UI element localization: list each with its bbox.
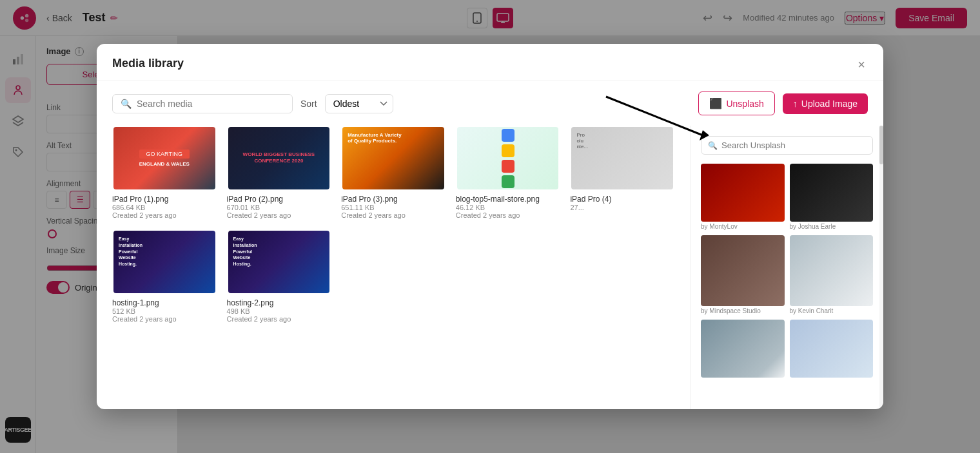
media-search-box: 🔍 <box>112 94 293 113</box>
image-thumb-2: Manufacture A Varietyof Quality Products… <box>341 126 446 191</box>
unsplash-by-3: by Kevin Charit <box>790 307 874 314</box>
unsplash-thumb-5 <box>790 320 874 378</box>
unsplash-by-1: by Joshua Earle <box>790 223 874 230</box>
unsplash-search-input[interactable] <box>721 140 866 150</box>
unsplash-item-1[interactable]: by Joshua Earle <box>790 164 874 230</box>
unsplash-photo-blue <box>790 320 874 378</box>
image-thumb-0: GO KARTING ENGLAND & WALES <box>112 126 217 191</box>
image-thumb-6: EasyInstallationPowerfulWebsiteHosting. <box>227 229 331 294</box>
image-thumb-5: EasyInstallationPowerfulWebsiteHosting. <box>112 229 217 294</box>
image-size-2: 651.11 KB <box>341 204 446 211</box>
modal-body: GO KARTING ENGLAND & WALES iPad Pro (1).… <box>97 126 883 409</box>
image-item-3[interactable]: blog-top5-mail-store.png 46.12 KB Create… <box>456 126 560 219</box>
image-grid: GO KARTING ENGLAND & WALES iPad Pro (1).… <box>97 126 690 409</box>
image-size-6: 498 KB <box>227 307 331 315</box>
media-search-input[interactable] <box>137 99 284 109</box>
unsplash-scrollbar-track <box>879 126 883 409</box>
unsplash-search-icon: 🔍 <box>708 141 718 150</box>
unsplash-label: Unsplash <box>726 99 763 109</box>
image-date-6: Created 2 years ago <box>227 315 331 323</box>
unsplash-item-2[interactable]: by Mindspace Studio <box>701 235 785 314</box>
sort-select[interactable]: Oldest Newest Name A-Z Name Z-A <box>325 94 393 113</box>
image-name-5: hosting-1.png <box>112 298 217 307</box>
image-item-6[interactable]: EasyInstallationPowerfulWebsiteHosting. … <box>227 229 331 323</box>
image-date-2: Created 2 years ago <box>341 211 446 219</box>
image-name-2: iPad Pro (3).png <box>341 195 446 204</box>
unsplash-item-4[interactable] <box>701 320 785 379</box>
unsplash-photo-meeting <box>701 235 785 306</box>
modal-toolbar: 🔍 Sort Oldest Newest Name A-Z Name Z-A ⬛… <box>97 81 883 126</box>
modal-close-button[interactable]: × <box>852 55 870 73</box>
unsplash-item-0[interactable]: by MontyLov <box>701 164 785 230</box>
image-item-4[interactable]: Proolunte... iPad Pro (4) 27... <box>570 126 674 219</box>
image-item-1[interactable]: WORLD BIGGEST BUSINESSCONFERENCE 2020 iP… <box>227 126 331 219</box>
unsplash-by-0: by MontyLov <box>701 223 785 230</box>
unsplash-photo-red <box>701 164 785 222</box>
sort-label: Sort <box>300 99 317 109</box>
unsplash-photo-dark <box>790 164 874 222</box>
unsplash-photo-sled <box>790 235 874 306</box>
media-library-modal: Media library × 🔍 Sort Oldest Newest Nam… <box>97 44 883 409</box>
unsplash-by-2: by Mindspace Studio <box>701 307 785 314</box>
unsplash-thumb-4 <box>701 320 785 378</box>
image-date-3: Created 2 years ago <box>456 211 560 219</box>
conference-preview: WORLD BIGGEST BUSINESSCONFERENCE 2020 <box>228 127 330 189</box>
unsplash-thumb-1 <box>790 164 874 222</box>
image-name-6: hosting-2.png <box>227 298 331 307</box>
go-karting-preview: GO KARTING ENGLAND & WALES <box>113 127 215 189</box>
hosting1-preview: EasyInstallationPowerfulWebsiteHosting. <box>113 231 215 293</box>
image-size-4: 27... <box>570 204 674 211</box>
image-size-1: 670.01 KB <box>227 204 331 211</box>
blog-preview <box>457 127 559 189</box>
unsplash-thumb-2 <box>701 235 785 306</box>
image-date-0: Created 2 years ago <box>112 211 217 219</box>
image-name-4: iPad Pro (4) <box>570 195 674 204</box>
ipad5-preview: Proolunte... <box>571 127 673 189</box>
unsplash-scrollbar-thumb[interactable] <box>879 126 883 164</box>
image-size-3: 46.12 KB <box>456 204 560 211</box>
image-thumb-3 <box>456 126 560 191</box>
modal-title: Media library <box>112 57 184 70</box>
search-icon: 🔍 <box>121 99 132 109</box>
unsplash-icon: ⬛ <box>709 97 722 110</box>
unsplash-button[interactable]: ⬛ Unsplash <box>698 92 774 115</box>
unsplash-photo-grid: by MontyLov by Joshua Earle <box>701 164 873 379</box>
image-thumb-4: Proolunte... <box>570 126 674 191</box>
upload-icon: ↑ <box>793 99 798 109</box>
unsplash-photo-rock <box>701 320 785 378</box>
image-size-5: 512 KB <box>112 307 217 315</box>
image-thumb-1: WORLD BIGGEST BUSINESSCONFERENCE 2020 <box>227 126 331 191</box>
image-item-0[interactable]: GO KARTING ENGLAND & WALES iPad Pro (1).… <box>112 126 217 219</box>
app-background: ‹ Back Test ✏ ↩ ↪ Modified <box>0 0 980 453</box>
image-item-2[interactable]: Manufacture A Varietyof Quality Products… <box>341 126 446 219</box>
unsplash-thumb-3 <box>790 235 874 306</box>
upload-image-button[interactable]: ↑ Upload Image <box>783 93 868 114</box>
image-name-0: iPad Pro (1).png <box>112 195 217 204</box>
hosting2-preview: EasyInstallationPowerfulWebsiteHosting. <box>228 231 330 293</box>
unsplash-item-3[interactable]: by Kevin Charit <box>790 235 874 314</box>
unsplash-search-box: 🔍 <box>701 136 873 155</box>
image-size-0: 686.64 KB <box>112 204 217 211</box>
unsplash-item-5[interactable] <box>790 320 874 379</box>
upload-label: Upload Image <box>801 99 858 109</box>
image-item-5[interactable]: EasyInstallationPowerfulWebsiteHosting. … <box>112 229 217 323</box>
image-date-5: Created 2 years ago <box>112 315 217 323</box>
modal-header: Media library × <box>97 44 883 81</box>
image-date-1: Created 2 years ago <box>227 211 331 219</box>
unsplash-panel: 🔍 by MontyLov <box>690 126 883 409</box>
modal-overlay: Media library × 🔍 Sort Oldest Newest Nam… <box>0 0 980 453</box>
manufacture-preview: Manufacture A Varietyof Quality Products… <box>342 127 444 189</box>
unsplash-thumb-0 <box>701 164 785 222</box>
image-name-1: iPad Pro (2).png <box>227 195 331 204</box>
image-name-3: blog-top5-mail-store.png <box>456 195 560 204</box>
